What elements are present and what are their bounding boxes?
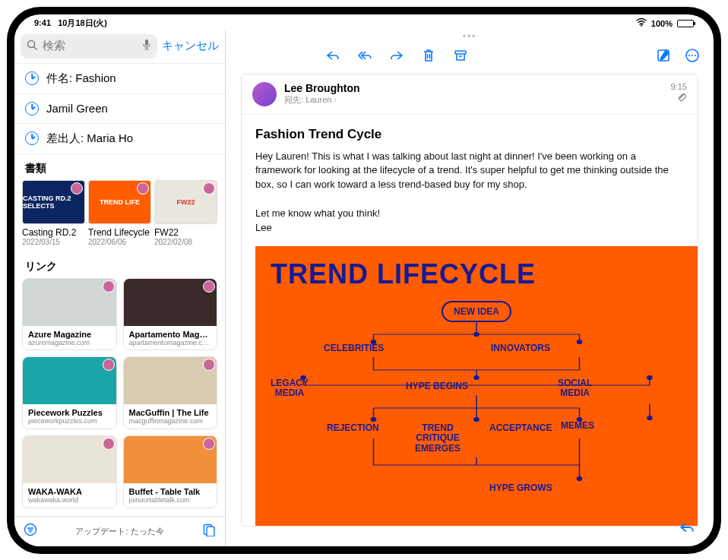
mail-pane: ••• bbox=[226, 30, 714, 546]
links-grid: Azure Magazineazuremagazine.com Apartame… bbox=[14, 278, 225, 516]
shared-avatar-badge bbox=[103, 438, 115, 450]
link-url: pieceworkpuzzles.com bbox=[28, 417, 111, 425]
filter-icon[interactable] bbox=[24, 523, 37, 540]
reply-all-icon[interactable] bbox=[357, 48, 372, 63]
recent-icon bbox=[25, 102, 39, 115]
diagram-node-innovators: INNOVATORS bbox=[491, 343, 550, 354]
battery-percent: 100% bbox=[651, 19, 673, 28]
dictation-icon[interactable] bbox=[142, 39, 151, 53]
trash-icon[interactable] bbox=[421, 48, 436, 63]
screen: 9:41 10月18日(火) 100% bbox=[14, 14, 714, 546]
link-title: Buffet - Table Talk bbox=[129, 487, 212, 496]
to-line[interactable]: 宛先: Lauren › bbox=[284, 94, 663, 106]
search-input[interactable]: 検索 bbox=[21, 34, 157, 59]
attachment-icon bbox=[671, 91, 687, 104]
document-date: 2022/03/15 bbox=[22, 238, 85, 246]
link-thumbnail bbox=[23, 436, 116, 483]
status-left: 9:41 10月18日(火) bbox=[34, 17, 107, 30]
archive-icon[interactable] bbox=[453, 48, 468, 63]
link-item[interactable]: WAKA-WAKAwakawaka.world bbox=[22, 435, 117, 508]
diagram-node-new-idea: NEW IDEA bbox=[442, 301, 511, 322]
links-header: リンク bbox=[14, 252, 225, 278]
link-title: Azure Magazine bbox=[28, 330, 111, 339]
shared-avatar-badge bbox=[203, 438, 215, 450]
link-title: MacGuffin | The Life bbox=[129, 408, 212, 417]
forward-icon[interactable] bbox=[389, 48, 404, 63]
chevron-right-icon: › bbox=[334, 95, 337, 104]
diagram-node-rejection: REJECTION bbox=[327, 423, 379, 434]
mail-body: Lee Broughton 宛先: Lauren › 9:15 bbox=[226, 71, 714, 546]
svg-point-32 bbox=[647, 375, 652, 379]
compose-icon[interactable] bbox=[202, 523, 216, 540]
filter-label: 差出人: Maria Ho bbox=[46, 131, 133, 146]
mail-card: Lee Broughton 宛先: Lauren › 9:15 bbox=[241, 74, 698, 527]
filter-label: 件名: Fashion bbox=[46, 71, 116, 86]
svg-point-27 bbox=[474, 375, 479, 379]
filter-label: Jamil Green bbox=[46, 102, 108, 115]
filter-from[interactable]: 差出人: Maria Ho bbox=[14, 124, 225, 154]
link-url: macguffinmagazine.com bbox=[129, 417, 212, 425]
document-thumbnail: FW22 bbox=[154, 180, 217, 224]
document-date: 2022/06/06 bbox=[88, 238, 151, 246]
link-url: azuremagazine.com bbox=[28, 339, 111, 346]
shared-avatar-badge bbox=[203, 359, 215, 371]
link-item[interactable]: Buffet - Table Talkjoinourtabletalk.com bbox=[123, 435, 218, 508]
shared-avatar-badge bbox=[71, 182, 83, 195]
sender-name: Lee Broughton bbox=[284, 82, 663, 94]
sender-avatar bbox=[252, 82, 277, 106]
link-title: Piecework Puzzles bbox=[28, 408, 111, 417]
svg-point-35 bbox=[647, 416, 652, 419]
reply-icon[interactable] bbox=[325, 48, 340, 63]
documents-header: 書類 bbox=[14, 154, 225, 180]
document-title: Trend Lifecycle bbox=[88, 227, 151, 238]
mail-subject: Fashion Trend Cycle bbox=[242, 115, 698, 150]
svg-point-38 bbox=[371, 417, 375, 421]
status-time: 9:41 bbox=[34, 18, 51, 27]
mail-toolbar bbox=[226, 43, 714, 71]
document-title: FW22 bbox=[154, 227, 217, 238]
link-item[interactable]: Piecework Puzzlespieceworkpuzzles.com bbox=[22, 356, 117, 429]
cancel-button[interactable]: キャンセル bbox=[162, 39, 219, 53]
multitask-dots[interactable]: ••• bbox=[226, 30, 714, 43]
svg-point-22 bbox=[577, 340, 581, 343]
status-bar: 9:41 10月18日(火) 100% bbox=[14, 14, 714, 30]
documents-row: CASTING RD.2 SELECTS Casting RD.2 2022/0… bbox=[14, 180, 225, 252]
mail-header[interactable]: Lee Broughton 宛先: Lauren › 9:15 bbox=[242, 74, 698, 115]
compose-icon[interactable] bbox=[656, 48, 671, 63]
diagram-nodes: NEW IDEA CELEBRITIES INNOVATORS LEGACY M… bbox=[271, 298, 682, 503]
link-item[interactable]: Apartamento Maga…apartamentomagazine.c… bbox=[123, 278, 218, 351]
document-thumbnail: CASTING RD.2 SELECTS bbox=[22, 180, 85, 224]
link-title: Apartamento Maga… bbox=[129, 330, 212, 339]
recent-filters: 件名: Fashion Jamil Green 差出人: Maria Ho bbox=[14, 63, 225, 154]
filter-person[interactable]: Jamil Green bbox=[14, 94, 225, 124]
svg-point-0 bbox=[641, 25, 642, 27]
quick-reply-icon[interactable] bbox=[679, 519, 695, 539]
document-item[interactable]: TREND LIFE Trend Lifecycle 2022/06/06 bbox=[88, 180, 151, 246]
link-item[interactable]: Azure Magazineazuremagazine.com bbox=[22, 278, 117, 351]
link-thumbnail bbox=[23, 357, 116, 404]
svg-point-48 bbox=[577, 476, 581, 480]
diagram-node-memes: MEMES bbox=[561, 421, 594, 432]
shared-avatar-badge bbox=[103, 280, 115, 293]
diagram-node-legacy-media: LEGACY MEDIA bbox=[271, 378, 309, 400]
link-thumbnail bbox=[23, 279, 116, 326]
link-item[interactable]: MacGuffin | The Lifemacguffinmagazine.co… bbox=[123, 356, 218, 429]
shared-avatar-badge bbox=[203, 280, 215, 293]
shared-avatar-badge bbox=[137, 182, 149, 195]
more-icon[interactable] bbox=[685, 48, 700, 63]
attachment-diagram[interactable]: TREND LIFECYCLE bbox=[255, 246, 698, 526]
search-sidebar: 検索 キャンセル 件名: Fashion Jamil Green bbox=[14, 30, 226, 546]
shared-avatar-badge bbox=[203, 182, 215, 195]
document-item[interactable]: FW22 FW22 2022/02/08 bbox=[154, 180, 217, 246]
status-right: 100% bbox=[636, 17, 694, 30]
link-url: apartamentomagazine.c… bbox=[129, 339, 212, 346]
recent-icon bbox=[25, 131, 39, 145]
link-url: joinourtabletalk.com bbox=[129, 496, 212, 504]
document-item[interactable]: CASTING RD.2 SELECTS Casting RD.2 2022/0… bbox=[22, 180, 85, 246]
svg-rect-9 bbox=[207, 527, 214, 536]
filter-subject[interactable]: 件名: Fashion bbox=[14, 64, 225, 94]
svg-point-13 bbox=[688, 55, 690, 56]
shared-avatar-badge bbox=[103, 359, 115, 371]
link-thumbnail bbox=[124, 279, 217, 326]
diagram-node-hype-grows: HYPE GROWS bbox=[489, 483, 552, 494]
